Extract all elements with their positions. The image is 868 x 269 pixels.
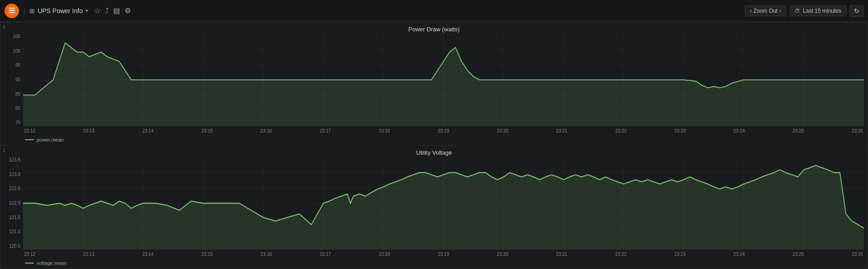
- y-label-2-3: 122.0: [9, 201, 20, 205]
- y-label-1-1: 100: [13, 49, 20, 54]
- x-label-2-4: 23:16: [260, 252, 272, 257]
- chart-area-1: 105 100 95 90 85 80 75: [0, 34, 868, 126]
- chart-svg-wrapper-1: [23, 34, 864, 126]
- x-label-2-11: 23:23: [674, 252, 686, 257]
- x-label-2-14: 23:26: [852, 252, 863, 257]
- x-axis-2: 23:12 23:13 23:14 23:15 23:16 23:17 23:1…: [23, 252, 864, 257]
- right-arrow-icon: ›: [779, 8, 781, 14]
- x-label-1-12: 23:24: [734, 128, 745, 133]
- chart-svg-1: [23, 34, 864, 126]
- clock-icon: ⏱: [795, 8, 800, 14]
- time-range-button[interactable]: ⏱ Last 15 minutes: [790, 5, 846, 16]
- legend-label-2: voltage.mean: [37, 260, 67, 266]
- nav-icons: ☆ ⤴ ▤ ⚙: [94, 6, 131, 15]
- x-label-1-0: 23:12: [24, 128, 35, 133]
- x-label-1-5: 23:17: [320, 128, 331, 133]
- charts-container: ℹ Power Draw (watts) 105 100 95 90 85 80…: [0, 22, 868, 269]
- playlist-icon[interactable]: ▤: [113, 6, 120, 15]
- y-axis-2: 123.5 123.0 122.5 122.0 121.5 121.0 120.…: [0, 157, 22, 249]
- x-label-1-9: 23:21: [556, 128, 567, 133]
- panel-info-icon-1[interactable]: ℹ: [3, 24, 5, 30]
- x-label-2-1: 23:13: [83, 252, 95, 257]
- chart-legend-2: voltage.mean: [0, 259, 868, 269]
- x-label-2-12: 23:24: [734, 252, 745, 257]
- dashboard-title-area[interactable]: ⊞ UPS Power Info ▾: [29, 7, 88, 15]
- y-axis-1: 105 100 95 90 85 80 75: [0, 34, 22, 126]
- settings-icon[interactable]: ⚙: [125, 6, 131, 15]
- panel-title-1: Power Draw (watts): [0, 22, 868, 34]
- y-label-1-6: 75: [15, 121, 20, 125]
- y-label-2-4: 121.5: [9, 215, 20, 220]
- y-label-2-6: 120.5: [9, 244, 20, 249]
- panel-title-2: Utility Voltage: [0, 146, 868, 157]
- legend-line-1: [25, 139, 34, 140]
- chart-legend-1: power.mean: [0, 135, 868, 145]
- time-range-label: Last 15 minutes: [803, 8, 841, 14]
- x-label-1-7: 23:19: [438, 128, 449, 133]
- zoom-out-button[interactable]: ‹ Zoom Out ›: [745, 5, 786, 16]
- x-label-2-10: 23:22: [615, 252, 627, 257]
- x-label-1-11: 23:23: [674, 128, 686, 133]
- svg-marker-42: [23, 166, 864, 249]
- zoom-out-label: Zoom Out: [753, 8, 777, 14]
- y-label-1-4: 85: [15, 92, 20, 97]
- chart-area-2: 123.5 123.0 122.5 122.0 121.5 121.0 120.…: [0, 157, 868, 249]
- x-label-2-3: 23:15: [201, 252, 213, 257]
- x-label-2-7: 23:19: [438, 252, 449, 257]
- x-label-2-2: 23:14: [142, 252, 153, 257]
- refresh-button[interactable]: ↻: [850, 5, 863, 17]
- x-label-1-13: 23:25: [792, 128, 804, 133]
- refresh-icon: ↻: [854, 7, 859, 15]
- y-label-1-3: 90: [15, 78, 20, 82]
- x-label-2-0: 23:12: [24, 252, 35, 257]
- legend-label-1: power.mean: [37, 137, 64, 142]
- x-label-1-4: 23:16: [260, 128, 272, 133]
- legend-line-2: [25, 263, 34, 264]
- grafana-logo[interactable]: ☰: [5, 4, 19, 18]
- y-label-2-2: 122.5: [9, 186, 20, 191]
- left-arrow-icon: ‹: [750, 8, 752, 14]
- x-label-2-9: 23:21: [556, 252, 567, 257]
- panel-utility-voltage: ℹ Utility Voltage 123.5 123.0 122.5 122.…: [0, 146, 868, 269]
- chart-svg-wrapper-2: [23, 157, 864, 249]
- y-label-2-5: 121.0: [9, 230, 20, 234]
- chart-svg-2: [23, 157, 864, 249]
- x-axis-1: 23:12 23:13 23:14 23:15 23:16 23:17 23:1…: [23, 128, 864, 133]
- x-label-1-10: 23:22: [615, 128, 627, 133]
- x-label-1-2: 23:14: [142, 128, 153, 133]
- chevron-down-icon: ▾: [86, 8, 88, 13]
- x-label-1-14: 23:26: [852, 128, 863, 133]
- grid-icon: ⊞: [29, 7, 35, 15]
- x-label-1-6: 23:18: [379, 128, 390, 133]
- x-label-2-13: 23:25: [792, 252, 804, 257]
- panel-power-draw: ℹ Power Draw (watts) 105 100 95 90 85 80…: [0, 22, 868, 146]
- y-label-1-0: 105: [13, 34, 20, 39]
- y-label-1-5: 80: [15, 106, 20, 111]
- star-icon[interactable]: ☆: [94, 6, 101, 15]
- nav-separator: |: [24, 8, 25, 14]
- x-label-1-1: 23:13: [83, 128, 95, 133]
- share-icon[interactable]: ⤴: [105, 7, 109, 15]
- right-controls: ‹ Zoom Out › ⏱ Last 15 minutes ↻: [745, 5, 863, 17]
- x-label-2-5: 23:17: [320, 252, 331, 257]
- dashboard-title: UPS Power Info: [38, 7, 83, 15]
- panel-info-icon-2[interactable]: ℹ: [3, 147, 5, 153]
- x-label-2-6: 23:18: [379, 252, 390, 257]
- x-label-2-8: 23:20: [497, 252, 508, 257]
- y-label-2-0: 123.5: [9, 158, 20, 162]
- topbar: ☰ | ⊞ UPS Power Info ▾ ☆ ⤴ ▤ ⚙ ‹ Zoom Ou…: [0, 0, 868, 22]
- x-label-1-8: 23:20: [497, 128, 508, 133]
- x-label-1-3: 23:15: [201, 128, 213, 133]
- y-label-1-2: 95: [15, 63, 20, 68]
- y-label-2-1: 123.0: [9, 172, 20, 177]
